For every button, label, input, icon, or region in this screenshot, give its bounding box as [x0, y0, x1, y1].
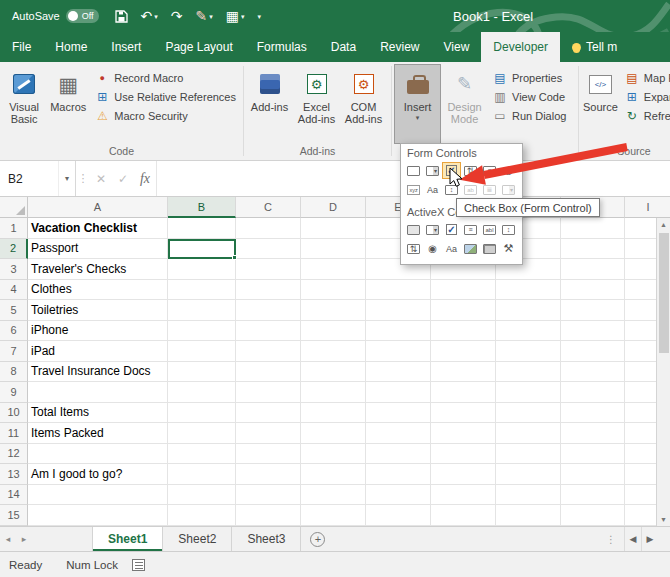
cell-E5[interactable]: [366, 300, 431, 321]
cell-C2[interactable]: [236, 239, 301, 260]
activex-control-label[interactable]: Aa: [442, 240, 461, 257]
cell-E9[interactable]: [366, 382, 431, 403]
cell-D11[interactable]: [301, 423, 366, 444]
row-header-14[interactable]: 14: [0, 485, 28, 506]
vertical-scrollbar[interactable]: ▲ ▼: [656, 218, 670, 526]
row-header-1[interactable]: 1: [0, 218, 28, 239]
cell-G12[interactable]: [496, 444, 561, 465]
cell-B3[interactable]: [168, 259, 236, 280]
ribbon-tab-developer[interactable]: Developer: [481, 32, 560, 62]
excel-add-ins-button[interactable]: ⚙ Excel Add-ins: [293, 64, 340, 144]
view-code-button[interactable]: ▥ View Code: [490, 89, 569, 105]
cell-D12[interactable]: [301, 444, 366, 465]
scroll-right-icon[interactable]: ▶: [641, 527, 658, 551]
cell-B9[interactable]: [168, 382, 236, 403]
cell-D10[interactable]: [301, 403, 366, 424]
activex-control-list-box[interactable]: ≡: [461, 221, 480, 238]
cell-F12[interactable]: [431, 444, 496, 465]
autosave-toggle[interactable]: AutoSave Off: [12, 9, 99, 23]
cell-E10[interactable]: [366, 403, 431, 424]
cell-G10[interactable]: [496, 403, 561, 424]
activex-control-image[interactable]: [461, 240, 480, 257]
cell-A4[interactable]: Clothes: [28, 280, 168, 301]
form-control-combo-list[interactable]: ≣: [480, 181, 499, 198]
cell-H13[interactable]: [561, 464, 625, 485]
cell-H9[interactable]: [561, 382, 625, 403]
cell-E8[interactable]: [366, 362, 431, 383]
cell-A3[interactable]: Traveler's Checks: [28, 259, 168, 280]
cell-B13[interactable]: [168, 464, 236, 485]
cell-B7[interactable]: [168, 341, 236, 362]
cell-G9[interactable]: [496, 382, 561, 403]
activex-control-option-button[interactable]: ◉: [423, 240, 442, 257]
cell-C8[interactable]: [236, 362, 301, 383]
cell-E13[interactable]: [366, 464, 431, 485]
cell-B8[interactable]: [168, 362, 236, 383]
cell-H5[interactable]: [561, 300, 625, 321]
previous-sheet-icon[interactable]: ◂: [0, 527, 16, 551]
cell-G11[interactable]: [496, 423, 561, 444]
form-control-text-field[interactable]: ab: [461, 181, 480, 198]
cell-E11[interactable]: [366, 423, 431, 444]
ribbon-tab-data[interactable]: Data: [319, 32, 368, 62]
form-control-button[interactable]: [404, 162, 423, 179]
cell-A8[interactable]: Travel Insurance Docs: [28, 362, 168, 383]
column-header-B[interactable]: B: [168, 197, 236, 218]
cell-F5[interactable]: [431, 300, 496, 321]
cell-E15[interactable]: [366, 505, 431, 526]
cell-A10[interactable]: Total Items: [28, 403, 168, 424]
cell-B6[interactable]: [168, 321, 236, 342]
row-header-12[interactable]: 12: [0, 444, 28, 465]
cancel-button[interactable]: ✕: [90, 161, 112, 196]
sheet-tab-sheet1[interactable]: Sheet1: [92, 527, 163, 551]
cell-A14[interactable]: [28, 485, 168, 506]
cell-G4[interactable]: [496, 280, 561, 301]
sheet-tab-sheet3[interactable]: Sheet3: [232, 527, 301, 551]
select-all-corner[interactable]: [0, 197, 28, 218]
row-header-11[interactable]: 11: [0, 423, 28, 444]
cell-C9[interactable]: [236, 382, 301, 403]
undo-button[interactable]: ↶▾: [141, 9, 158, 23]
cell-E7[interactable]: [366, 341, 431, 362]
cell-H14[interactable]: [561, 485, 625, 506]
activex-control-text-box[interactable]: abl: [480, 221, 499, 238]
fill-handle[interactable]: [232, 255, 237, 260]
cell-B11[interactable]: [168, 423, 236, 444]
ribbon-tab-tell-me[interactable]: Tell m: [560, 32, 629, 62]
save-button[interactable]: [115, 10, 128, 23]
cell-D15[interactable]: [301, 505, 366, 526]
run-dialog-button[interactable]: ▭ Run Dialog: [490, 108, 569, 124]
tab-split-grip[interactable]: ⋮: [598, 527, 624, 551]
cell-H12[interactable]: [561, 444, 625, 465]
next-sheet-icon[interactable]: ▸: [16, 527, 32, 551]
cell-C15[interactable]: [236, 505, 301, 526]
row-header-5[interactable]: 5: [0, 300, 28, 321]
cell-C1[interactable]: [236, 218, 301, 239]
activex-control-check-box[interactable]: ✓: [442, 221, 461, 238]
ribbon-tab-file[interactable]: File: [0, 32, 43, 62]
form-control-combo-box[interactable]: ▾: [423, 162, 442, 179]
scroll-down-icon[interactable]: ▼: [660, 513, 667, 526]
cell-F7[interactable]: [431, 341, 496, 362]
sheet-tab-sheet2[interactable]: Sheet2: [163, 527, 232, 551]
cell-F8[interactable]: [431, 362, 496, 383]
ribbon-tab-formulas[interactable]: Formulas: [245, 32, 319, 62]
cell-H7[interactable]: [561, 341, 625, 362]
activex-control-more-controls[interactable]: ⚒: [499, 240, 518, 257]
use-relative-references-button[interactable]: ⊞ Use Relative References: [92, 89, 239, 105]
cell-D2[interactable]: [301, 239, 366, 260]
form-control-option-button[interactable]: ◉: [499, 162, 518, 179]
name-box[interactable]: B2 ▾: [0, 161, 76, 196]
column-header-A[interactable]: A: [28, 197, 168, 218]
ribbon-tab-review[interactable]: Review: [368, 32, 431, 62]
column-header-D[interactable]: D: [301, 197, 366, 218]
cell-H10[interactable]: [561, 403, 625, 424]
cell-H11[interactable]: [561, 423, 625, 444]
cell-B2[interactable]: [168, 239, 236, 260]
cell-F9[interactable]: [431, 382, 496, 403]
scroll-up-icon[interactable]: ▲: [660, 218, 667, 231]
cell-B12[interactable]: [168, 444, 236, 465]
cell-C7[interactable]: [236, 341, 301, 362]
scroll-left-icon[interactable]: ◀: [624, 527, 641, 551]
row-header-6[interactable]: 6: [0, 321, 28, 342]
